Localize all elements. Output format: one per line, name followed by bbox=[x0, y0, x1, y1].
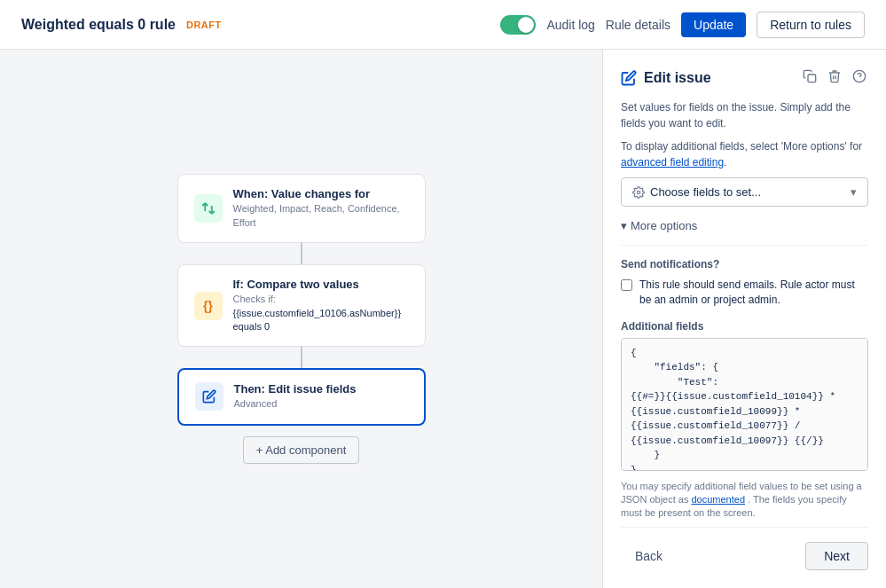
edit-panel-action-buttons bbox=[801, 67, 868, 89]
action-node[interactable]: Then: Edit issue fields Advanced bbox=[177, 368, 426, 425]
additional-note: You may specify additional field values … bbox=[621, 480, 868, 521]
condition-text: If: Compare two values Checks if: {{issu… bbox=[233, 278, 409, 333]
flow-panel: When: Value changes for Weighted, Impact… bbox=[0, 50, 602, 588]
help-button[interactable] bbox=[851, 67, 868, 89]
condition-icon: {} bbox=[194, 292, 223, 320]
choose-fields-button[interactable]: Choose fields to set... ▾ bbox=[621, 177, 868, 207]
condition-node[interactable]: {} If: Compare two values Checks if: {{i… bbox=[177, 264, 426, 347]
action-subtitle: Advanced bbox=[234, 397, 357, 411]
gear-icon bbox=[632, 186, 645, 199]
update-button[interactable]: Update bbox=[681, 12, 746, 37]
delete-button[interactable] bbox=[826, 67, 843, 89]
additional-fields-textarea[interactable]: { "fields": { "Test": {{#=}}{{issue.cust… bbox=[621, 338, 868, 471]
trigger-text: When: Value changes for Weighted, Impact… bbox=[233, 187, 409, 230]
more-options-section: Send notifications? This rule should sen… bbox=[621, 245, 868, 521]
edit-panel-header: Edit issue bbox=[621, 67, 868, 89]
duplicate-button[interactable] bbox=[801, 67, 819, 89]
edit-panel: Edit issue bbox=[602, 50, 886, 588]
page-title: Weighted equals 0 rule bbox=[21, 17, 176, 33]
panel-footer: Back Next bbox=[621, 527, 868, 570]
return-to-rules-button[interactable]: Return to rules bbox=[757, 12, 865, 38]
trigger-icon bbox=[194, 194, 223, 223]
action-icon bbox=[195, 382, 223, 411]
action-title: Then: Edit issue fields bbox=[234, 382, 357, 396]
svg-rect-0 bbox=[808, 74, 816, 82]
back-button[interactable]: Back bbox=[621, 542, 677, 570]
svg-point-3 bbox=[637, 191, 640, 194]
choose-fields-label: Choose fields to set... bbox=[650, 185, 761, 199]
condition-title: If: Compare two values bbox=[233, 278, 409, 291]
edit-description-2: To display additional fields, select 'Mo… bbox=[621, 138, 868, 170]
edit-panel-title-group: Edit issue bbox=[621, 70, 711, 86]
edit-pencil-icon bbox=[621, 70, 637, 86]
connector-1 bbox=[301, 243, 302, 264]
documented-link[interactable]: documented bbox=[691, 494, 745, 505]
header-actions: Audit log Rule details Update Return to … bbox=[500, 12, 865, 38]
main-content: When: Value changes for Weighted, Impact… bbox=[0, 50, 886, 588]
send-notifications-label: Send notifications? bbox=[621, 258, 868, 270]
draft-badge: DRAFT bbox=[186, 20, 222, 30]
trigger-subtitle: Weighted, Impact, Reach, Confidence, Eff… bbox=[233, 202, 409, 230]
next-button[interactable]: Next bbox=[805, 542, 868, 570]
more-options-toggle[interactable]: ▾ More options bbox=[621, 219, 868, 232]
edit-description-1: Set values for fields on the issue. Simp… bbox=[621, 99, 868, 131]
add-component-button[interactable]: + Add component bbox=[243, 436, 360, 464]
edit-panel-title-text: Edit issue bbox=[644, 70, 711, 86]
action-text: Then: Edit issue fields Advanced bbox=[234, 382, 357, 411]
app-header: Weighted equals 0 rule DRAFT Audit log R… bbox=[0, 0, 886, 50]
chevron-down-icon: ▾ bbox=[851, 185, 857, 199]
advanced-field-link[interactable]: advanced field editing bbox=[621, 156, 724, 169]
trigger-node[interactable]: When: Value changes for Weighted, Impact… bbox=[177, 174, 426, 243]
send-notifications-row: This rule should send emails. Rule actor… bbox=[621, 278, 868, 308]
connector-2 bbox=[301, 347, 302, 368]
condition-subtitle: Checks if: {{issue.customfield_10106.asN… bbox=[233, 293, 409, 333]
additional-fields-label: Additional fields bbox=[621, 320, 868, 333]
more-options-label: More options bbox=[631, 219, 697, 232]
send-notifications-checkbox[interactable] bbox=[621, 279, 632, 291]
rule-details-link[interactable]: Rule details bbox=[606, 18, 670, 32]
chevron-expand-icon: ▾ bbox=[621, 219, 627, 232]
send-notifications-checkbox-label: This rule should send emails. Rule actor… bbox=[639, 278, 868, 308]
audit-log-link[interactable]: Audit log bbox=[546, 18, 594, 32]
toggle-knob bbox=[518, 17, 534, 33]
toggle-switch[interactable] bbox=[500, 15, 536, 35]
trigger-title: When: Value changes for bbox=[233, 187, 409, 200]
